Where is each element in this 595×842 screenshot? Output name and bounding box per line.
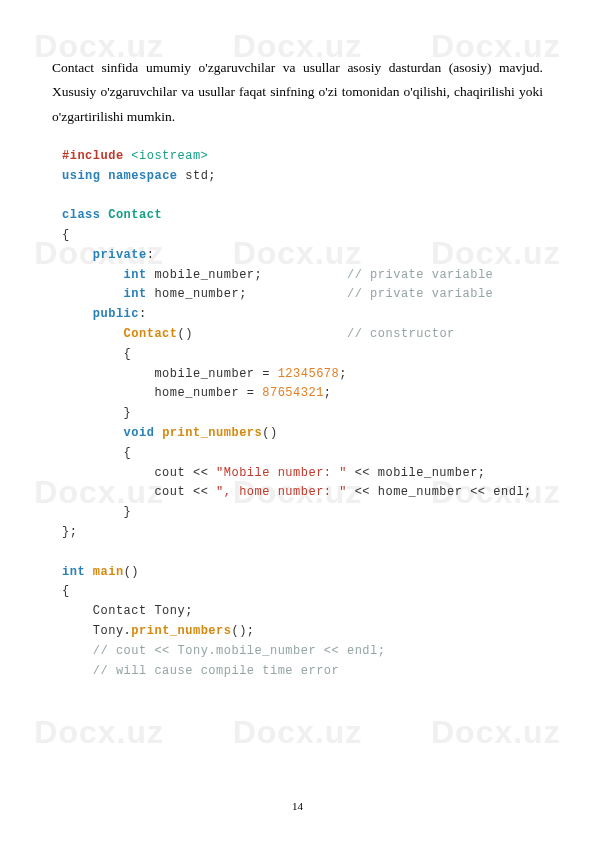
code-token: print_numbers: [131, 624, 231, 638]
code-token: 12345678: [278, 367, 340, 381]
code-token: int: [124, 268, 147, 282]
code-indent: [62, 624, 93, 638]
code-token: {: [124, 347, 132, 361]
watermark-text: Docx.uz: [431, 714, 561, 751]
code-indent: [62, 268, 124, 282]
code-block: #include <iostream> using namespace std;…: [62, 147, 543, 682]
code-token: ;: [324, 386, 332, 400]
code-token: };: [62, 525, 77, 539]
code-token: mobile_number =: [154, 367, 277, 381]
code-indent: [62, 347, 124, 361]
code-pad: [247, 287, 347, 301]
code-token: using: [62, 169, 101, 183]
code-token: Tony.: [93, 624, 132, 638]
code-token: :: [139, 307, 147, 321]
code-pad: [262, 268, 347, 282]
code-indent: [62, 248, 93, 262]
code-token: {: [62, 228, 70, 242]
watermark-text: Docx.uz: [233, 714, 363, 751]
body-paragraph: Contact sinfida umumiy o'zgaruvchilar va…: [52, 56, 543, 129]
code-token: void: [124, 426, 155, 440]
code-indent: [62, 287, 124, 301]
page-content: Contact sinfida umumiy o'zgaruvchilar va…: [0, 0, 595, 681]
code-indent: [62, 505, 124, 519]
code-indent: [62, 406, 124, 420]
code-token: // private variable: [347, 287, 493, 301]
watermark-text: Docx.uz: [34, 714, 164, 751]
code-token: <iostream>: [131, 149, 208, 163]
code-token: "Mobile number: ": [216, 466, 347, 480]
code-token: Contact: [124, 327, 178, 341]
code-token: cout <<: [154, 485, 216, 499]
code-indent: [62, 386, 154, 400]
code-indent: [62, 367, 154, 381]
code-token: int: [124, 287, 147, 301]
code-token: int: [62, 565, 85, 579]
code-indent: [62, 446, 124, 460]
code-token: (): [124, 565, 139, 579]
code-token: // will cause compile time error: [93, 664, 339, 678]
code-token: ;: [339, 367, 347, 381]
code-indent: [62, 604, 93, 618]
code-token: 87654321: [262, 386, 324, 400]
code-token: (): [178, 327, 193, 341]
code-token: // cout << Tony.mobile_number << endl;: [93, 644, 386, 658]
code-token: }: [124, 505, 132, 519]
code-token: #include: [62, 149, 124, 163]
code-indent: [62, 307, 93, 321]
code-indent: [62, 466, 154, 480]
code-token: main: [93, 565, 124, 579]
code-token: std;: [178, 169, 217, 183]
code-token: ();: [231, 624, 254, 638]
code-indent: [62, 664, 93, 678]
code-indent: [62, 327, 124, 341]
code-token: :: [147, 248, 155, 262]
code-token: cout <<: [154, 466, 216, 480]
code-indent: [62, 426, 124, 440]
code-token: << mobile_number;: [347, 466, 486, 480]
code-token: {: [62, 584, 70, 598]
code-token: Contact: [108, 208, 162, 222]
code-pad: [193, 327, 347, 341]
code-token: namespace: [108, 169, 177, 183]
code-token: class: [62, 208, 101, 222]
code-token: home_number;: [147, 287, 247, 301]
code-token: public: [93, 307, 139, 321]
code-token: }: [124, 406, 132, 420]
watermark-row: Docx.uz Docx.uz Docx.uz: [0, 714, 595, 751]
code-token: // private variable: [347, 268, 493, 282]
code-token: print_numbers: [162, 426, 262, 440]
code-token: mobile_number;: [147, 268, 263, 282]
code-token: {: [124, 446, 132, 460]
code-indent: [62, 485, 154, 499]
code-token: ", home number: ": [216, 485, 347, 499]
code-token: home_number =: [154, 386, 262, 400]
code-token: // constructor: [347, 327, 455, 341]
code-token: << home_number << endl;: [347, 485, 532, 499]
code-indent: [62, 644, 93, 658]
code-token: private: [93, 248, 147, 262]
page-number: 14: [0, 800, 595, 812]
code-token: Contact Tony;: [93, 604, 193, 618]
code-token: (): [262, 426, 277, 440]
